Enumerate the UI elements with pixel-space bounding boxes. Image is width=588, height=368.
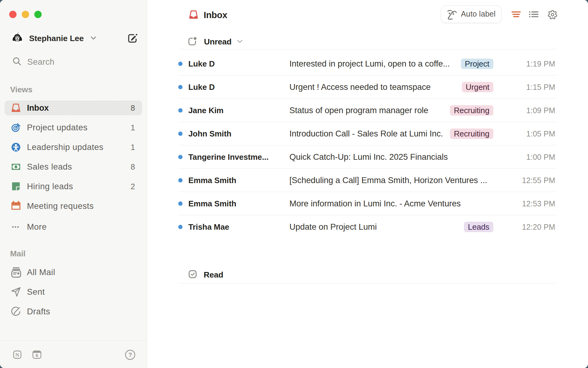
svg-text:?: ? bbox=[128, 351, 132, 358]
svg-text:6: 6 bbox=[36, 353, 38, 358]
svg-text:N: N bbox=[15, 352, 19, 358]
